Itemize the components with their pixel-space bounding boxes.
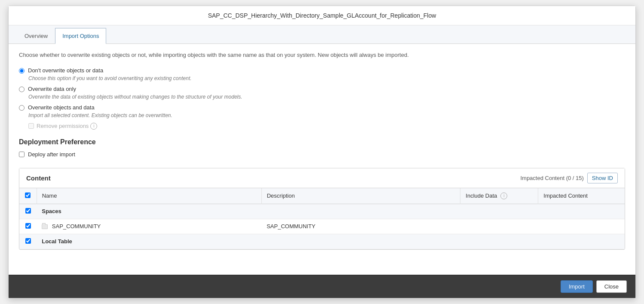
import-description: Choose whether to overwrite existing obj… (19, 51, 625, 59)
row-checkbox[interactable] (25, 208, 31, 214)
impacted-content-label: Impacted Content (0 / 15) (520, 175, 583, 181)
deploy-after-import-option: Deploy after import (19, 151, 625, 158)
table-row: SAP_COMMUNITY SAP_COMMUNITY (19, 219, 625, 234)
th-include-data-label: Include Data (466, 192, 497, 199)
radio-overwrite-all: Overwrite objects and data (19, 104, 625, 111)
radio-overwrite-data-sublabel: Overwrite the data of existing objects w… (28, 94, 625, 100)
dialog-title: SAP_CC_DSP_Hierarchy_With_Directory_Samp… (9, 6, 635, 25)
dialog: SAP_CC_DSP_Hierarchy_With_Directory_Samp… (8, 6, 636, 298)
radio-no-overwrite: Don't overwrite objects or data (19, 67, 625, 74)
import-button[interactable]: Import (561, 280, 593, 293)
radio-no-overwrite-input[interactable] (19, 68, 25, 74)
remove-permissions-option: Remove permissions i (28, 123, 625, 130)
close-button[interactable]: Close (596, 280, 627, 293)
th-name: Name (37, 188, 261, 204)
content-table: Name Description Include Data i Impacted… (19, 188, 625, 249)
tab-overview[interactable]: Overview (17, 28, 55, 44)
remove-permissions-checkbox[interactable] (28, 123, 34, 129)
radio-overwrite-all-input[interactable] (19, 105, 25, 111)
impacted-info: Impacted Content (0 / 15) Show ID (520, 173, 618, 183)
row-impacted-cell (538, 219, 625, 234)
folder-icon (42, 224, 48, 229)
row-desc-cell: SAP_COMMUNITY (261, 219, 460, 234)
group-name-cell: Local Table (37, 234, 625, 249)
deploy-after-import-label: Deploy after import (28, 151, 75, 158)
radio-overwrite-data-input[interactable] (19, 87, 25, 92)
row-checkbox-cell (19, 204, 37, 219)
th-include-data: Include Data i (460, 188, 538, 204)
radio-overwrite-data-label: Overwrite data only (28, 86, 76, 92)
group-name: Spaces (42, 208, 61, 214)
radio-group: Don't overwrite objects or data Choose t… (19, 67, 625, 130)
th-description: Description (261, 188, 460, 204)
show-id-button[interactable]: Show ID (587, 173, 618, 183)
radio-overwrite-data: Overwrite data only (19, 86, 625, 92)
row-checkbox-cell (19, 219, 37, 234)
table-row: Spaces (19, 204, 625, 219)
content-table-body: Spaces SAP_COMMUNITY SAP_COMMUNITY (19, 204, 625, 249)
select-all-checkbox[interactable] (25, 192, 31, 198)
radio-no-overwrite-label: Don't overwrite objects or data (28, 67, 103, 74)
tab-import-options[interactable]: Import Options (55, 28, 106, 44)
radio-overwrite-all-label: Overwrite objects and data (28, 104, 95, 111)
row-include-cell (460, 219, 538, 234)
remove-permissions-info-icon: i (90, 123, 97, 130)
radio-overwrite-all-sublabel: Import all selected content. Existing ob… (28, 112, 625, 118)
group-name-cell: Spaces (37, 204, 625, 219)
row-checkbox[interactable] (25, 223, 31, 229)
remove-permissions-label: Remove permissions (37, 123, 89, 129)
row-name-cell: SAP_COMMUNITY (37, 219, 261, 234)
dialog-body: Choose whether to overwrite existing obj… (9, 44, 635, 275)
table-row: Local Table (19, 234, 625, 249)
radio-no-overwrite-sublabel: Choose this option if you want to avoid … (28, 75, 625, 81)
content-section-title: Content (26, 174, 51, 182)
dialog-footer: Import Close (9, 275, 635, 298)
row-checkbox[interactable] (25, 238, 31, 244)
tabs-bar: Overview Import Options (9, 25, 635, 44)
row-name: SAP_COMMUNITY (52, 223, 101, 230)
group-name: Local Table (42, 238, 72, 245)
include-data-info-icon: i (500, 192, 507, 199)
deployment-section-title: Deployment Preference (19, 138, 625, 146)
table-header-row: Name Description Include Data i Impacted… (19, 188, 625, 204)
deploy-after-import-checkbox[interactable] (19, 152, 25, 157)
content-section: Content Impacted Content (0 / 15) Show I… (19, 168, 625, 250)
content-section-header: Content Impacted Content (0 / 15) Show I… (19, 168, 625, 188)
th-impacted-content: Impacted Content (538, 188, 625, 204)
th-checkbox (19, 188, 37, 204)
row-checkbox-cell (19, 234, 37, 249)
